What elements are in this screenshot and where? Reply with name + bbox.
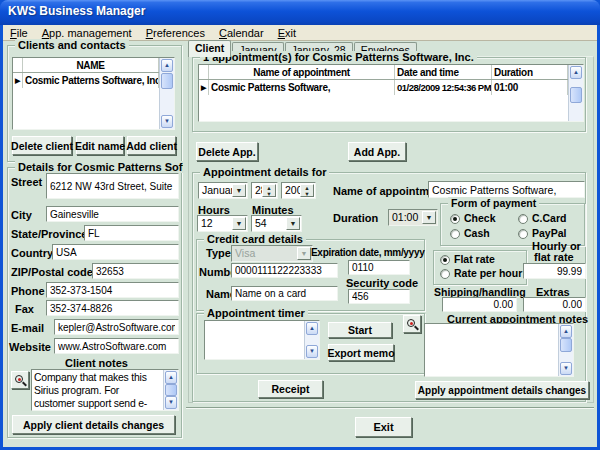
security-code-field[interactable] (348, 289, 410, 304)
street-field[interactable] (46, 173, 179, 199)
rate-per-hour-radio[interactable] (440, 269, 450, 279)
appt-selector-column (199, 65, 209, 79)
payment-cash-radio[interactable] (450, 229, 460, 239)
appointment-notes-text (425, 324, 558, 376)
extras-field[interactable] (523, 297, 586, 312)
payment-check-label: Check (464, 212, 496, 224)
scroll-up-icon[interactable]: ▲ (306, 322, 318, 335)
client-notes-text: Company that makes this Sirius program. … (32, 370, 163, 410)
title-bar[interactable]: KWS Business Manager (0, 0, 600, 25)
card-type-select[interactable]: Visa ▼ (231, 245, 313, 262)
card-number-field[interactable] (231, 263, 338, 278)
scroll-up-icon[interactable]: ▲ (165, 371, 177, 384)
payment-cash-label: Cash (464, 227, 490, 239)
spinner-arrows-icon[interactable]: ▲▼ (262, 184, 276, 197)
scroll-up-icon[interactable]: ▲ (570, 66, 582, 79)
duration-label: Duration (333, 212, 378, 224)
scroll-up-icon[interactable]: ▲ (560, 325, 572, 338)
menu-exit[interactable]: Exit (271, 26, 303, 40)
duration-select[interactable]: 01:00 ▼ (388, 209, 438, 226)
menu-preferences[interactable]: Preferences (139, 26, 212, 40)
scroll-down-icon[interactable]: ▼ (306, 345, 318, 358)
credit-card-group-title: Credit card details (204, 233, 306, 245)
appointments-scrollbar[interactable]: ▲ (568, 65, 583, 121)
menu-app-management[interactable]: App. management (35, 26, 139, 40)
expiration-field[interactable] (348, 260, 410, 275)
email-field[interactable] (54, 319, 179, 335)
appointment-notes-textarea[interactable]: ▲ ▼ (424, 323, 574, 377)
start-timer-button[interactable]: Start (328, 322, 392, 338)
magnifier-icon[interactable] (403, 315, 421, 333)
chevron-down-icon[interactable]: ▼ (232, 217, 246, 230)
spinner-arrows-icon[interactable]: ▲▼ (300, 184, 314, 197)
zip-postal-code-field[interactable] (92, 263, 179, 279)
client-name-cell[interactable]: Cosmic Patterns Software, Inc. (23, 73, 159, 88)
payment-check-radio[interactable] (450, 214, 460, 224)
scrollbar-thumb[interactable] (165, 384, 177, 396)
table-row[interactable]: ▶ Cosmic Patterns Software, 01/28/2009 1… (199, 80, 568, 95)
country-field[interactable] (52, 244, 179, 260)
appt-date-header: Date and time (395, 65, 492, 79)
delete-client-button[interactable]: Delete client (12, 136, 72, 155)
delete-appointment-button[interactable]: Delete App. (196, 142, 258, 161)
clients-table[interactable]: NAME ▶ Cosmic Patterns Software, Inc. ▲ … (12, 57, 175, 130)
scrollbar-thumb[interactable] (570, 87, 582, 103)
timer-textarea[interactable]: ▲ ▼ (204, 320, 320, 360)
scroll-down-icon[interactable]: ▼ (165, 396, 177, 409)
apply-client-details-button[interactable]: Apply client details changes (12, 415, 175, 434)
hours-value: 12 (201, 217, 213, 229)
month-select[interactable]: January ▼ (198, 182, 248, 199)
menu-file[interactable]: File (3, 26, 35, 40)
appt-name-header: Name of appointment (209, 65, 395, 79)
payment-ccard-radio[interactable] (518, 214, 528, 224)
scroll-down-icon[interactable]: ▼ (560, 362, 572, 375)
shipping-handling-field[interactable] (442, 297, 517, 312)
menu-calendar[interactable]: Calendar (212, 26, 271, 40)
tab-client[interactable]: Client (188, 40, 231, 57)
country-label: Country (11, 247, 53, 259)
minutes-select[interactable]: 54 ▼ (251, 215, 302, 232)
appt-duration-cell[interactable]: 01:00 (492, 80, 568, 95)
fax-field[interactable] (46, 300, 179, 316)
receipt-button[interactable]: Receipt (258, 380, 323, 398)
appointments-group-title: 1 appointment(s) for Cosmic Patterns Sof… (200, 51, 477, 63)
client-notes-scrollbar[interactable]: ▲ ▼ (163, 370, 178, 410)
city-field[interactable] (46, 206, 179, 222)
phone-field[interactable] (46, 282, 179, 298)
chevron-down-icon[interactable]: ▼ (422, 211, 436, 224)
chevron-down-icon[interactable]: ▼ (286, 217, 300, 230)
flat-rate-radio[interactable] (440, 255, 450, 265)
clients-table-scrollbar[interactable]: ▲ ▼ (159, 58, 174, 129)
appt-name-cell[interactable]: Cosmic Patterns Software, (209, 80, 395, 95)
rate-value-field[interactable] (523, 263, 586, 279)
year-stepper[interactable]: 2009 ▲▼ (281, 182, 316, 199)
exit-button[interactable]: Exit (355, 417, 412, 437)
day-stepper[interactable]: 28 ▲▼ (251, 182, 278, 199)
appointment-notes-scrollbar[interactable]: ▲ ▼ (558, 324, 573, 376)
scrollbar-thumb[interactable] (560, 338, 572, 352)
chevron-down-icon[interactable]: ▼ (297, 247, 311, 260)
state-province-label: State/Province (11, 228, 87, 240)
state-province-field[interactable] (84, 225, 179, 241)
client-notes-textarea[interactable]: Company that makes this Sirius program. … (31, 369, 179, 411)
minutes-value: 54 (255, 217, 267, 229)
website-field[interactable] (54, 338, 179, 354)
scroll-down-icon[interactable]: ▼ (161, 115, 173, 128)
payment-paypal-radio[interactable] (518, 229, 528, 239)
edit-name-button[interactable]: Edit name (76, 136, 124, 155)
scroll-up-icon[interactable]: ▲ (161, 59, 173, 72)
magnifier-icon[interactable] (11, 371, 29, 389)
timer-scrollbar[interactable]: ▲ ▼ (304, 321, 319, 359)
chevron-down-icon[interactable]: ▼ (232, 184, 246, 197)
scrollbar-thumb[interactable] (161, 73, 173, 89)
appointments-table[interactable]: Name of appointment Date and time Durati… (198, 64, 584, 122)
hours-select[interactable]: 12 ▼ (197, 215, 248, 232)
card-name-field[interactable] (231, 286, 338, 301)
export-memo-button[interactable]: Export memo (328, 344, 394, 361)
apply-appointment-details-button[interactable]: Apply appointment details changes (415, 381, 589, 399)
add-client-button[interactable]: Add client (127, 136, 176, 155)
appointment-name-field[interactable] (428, 181, 585, 198)
appt-date-cell[interactable]: 01/28/2009 12:54:36 PM (395, 80, 492, 95)
add-appointment-button[interactable]: Add App. (348, 142, 406, 161)
table-row[interactable]: ▶ Cosmic Patterns Software, Inc. (13, 73, 159, 88)
